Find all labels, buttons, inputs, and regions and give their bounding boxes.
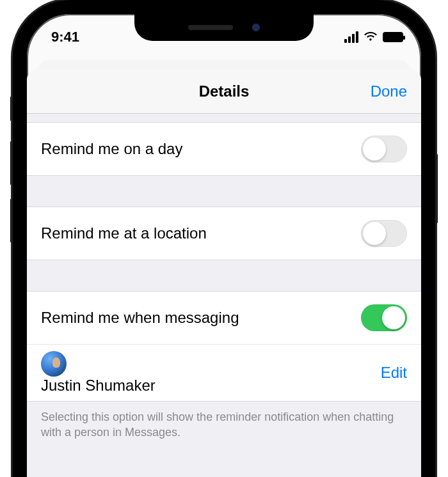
front-camera <box>252 24 260 31</box>
phone-frame: 9:41 Details Done Remind me on a day <box>13 0 435 477</box>
row-remind-day[interactable]: Remind me on a day <box>27 123 421 175</box>
speaker-grille <box>188 25 233 30</box>
notch <box>134 14 314 41</box>
row-contact[interactable]: Justin Shumaker Edit <box>27 344 421 401</box>
status-time: 9:41 <box>51 29 79 45</box>
row-label: Remind me when messaging <box>41 309 239 327</box>
row-remind-messaging[interactable]: Remind me when messaging <box>27 292 421 344</box>
row-remind-location[interactable]: Remind me at a location <box>27 207 421 260</box>
row-label: Remind me on a day <box>41 140 182 158</box>
toggle-remind-day[interactable] <box>361 136 407 162</box>
toggle-remind-messaging[interactable] <box>361 304 407 331</box>
page-title: Details <box>199 82 250 100</box>
toggle-remind-location[interactable] <box>361 220 407 247</box>
wifi-icon <box>364 31 378 44</box>
row-label: Remind me at a location <box>41 224 207 242</box>
status-icons <box>344 31 403 44</box>
nav-bar: Details Done <box>27 69 421 114</box>
section-footer: Selecting this option will show the remi… <box>27 401 421 453</box>
details-modal: Details Done Remind me on a day Remind m… <box>27 69 421 477</box>
cellular-signal-icon <box>344 31 358 43</box>
contact-name: Justin Shumaker <box>41 377 156 394</box>
done-button[interactable]: Done <box>371 82 407 100</box>
contact-avatar <box>41 351 67 377</box>
battery-icon <box>383 32 403 42</box>
edit-button[interactable]: Edit <box>381 364 407 382</box>
